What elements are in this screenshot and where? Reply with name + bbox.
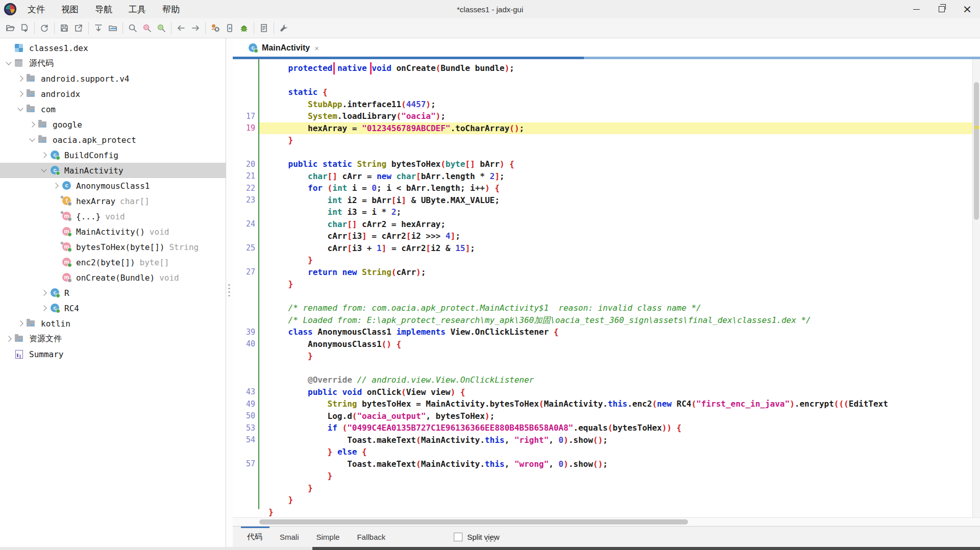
tree-item--[interactable]: m{...}void (0, 209, 226, 224)
tree-item--[interactable]: 源代码 (0, 56, 226, 71)
refresh-icon[interactable] (37, 21, 52, 35)
bottom-scroll-strip[interactable] (0, 547, 980, 550)
tree-item-label: {...} (76, 212, 101, 221)
tree-item-classes1-dex[interactable]: classes1.dex (0, 40, 226, 56)
tree-item-type-suffix: void (159, 273, 179, 283)
tree-item-com[interactable]: com (0, 102, 226, 117)
log-icon[interactable] (257, 21, 271, 35)
tree-item-mainactivity-[interactable]: mMainActivity()void (0, 224, 226, 239)
close-button[interactable]: × (954, 0, 980, 18)
vertical-scrollbar[interactable] (972, 59, 980, 517)
line-number: 27 (233, 267, 258, 277)
menu-item-0[interactable]: 文件 (21, 1, 51, 18)
tree-item-enc2-byte-[interactable]: menc2(byte[])byte[] (0, 255, 226, 270)
chevron-closed-icon[interactable] (51, 182, 60, 190)
restore-button[interactable] (929, 0, 954, 18)
horizontal-scrollbar[interactable] (233, 517, 980, 526)
menu-item-3[interactable]: 工具 (122, 1, 152, 18)
tree-item-androidx[interactable]: androidx (0, 86, 226, 102)
line-number: 23 (233, 195, 258, 205)
forward-icon[interactable] (188, 21, 203, 35)
panel-splitter[interactable]: •••• (226, 38, 233, 547)
chevron-closed-icon[interactable] (16, 319, 24, 328)
toolbar-separator (54, 22, 55, 34)
preferences-icon[interactable] (277, 21, 291, 35)
save-icon[interactable] (57, 21, 71, 35)
tree-item-android-support-v4[interactable]: android.support.v4 (0, 71, 226, 86)
chevron-closed-icon[interactable] (16, 74, 24, 83)
vertical-scrollbar-thumb[interactable] (974, 82, 979, 220)
chevron-spacer (51, 228, 60, 236)
tree-item-hexarray[interactable]: fhexArraychar[] (0, 193, 226, 209)
view-tab-simple[interactable]: Simple (316, 533, 340, 541)
open-icon[interactable] (3, 21, 17, 35)
toolbar-separator (274, 22, 274, 34)
code-line (233, 146, 973, 159)
menu-item-1[interactable]: 视图 (55, 1, 85, 18)
chevron-open-icon[interactable] (4, 59, 13, 68)
search-comment-icon[interactable] (154, 21, 168, 35)
deobfuscation-icon[interactable] (208, 21, 223, 35)
export-icon[interactable] (71, 21, 86, 35)
chevron-open-icon[interactable] (28, 136, 36, 144)
tree-item-oacia-apk-protect[interactable]: oacia.apk_protect (0, 132, 226, 147)
tree-item-label: RC4 (64, 304, 79, 313)
view-tab-smali[interactable]: Smali (280, 533, 299, 541)
menu-item-2[interactable]: 导航 (89, 1, 118, 18)
tree-item-bytestohex-byte-[interactable]: mbytesToHex(byte[])String (0, 239, 226, 255)
add-files-icon[interactable] (17, 21, 32, 35)
split-view-checkbox[interactable] (454, 533, 462, 541)
code-line-text: class AnonymousClass1 implements View.On… (258, 326, 973, 338)
code-line: /* renamed from: com.oacia.apk_protect.M… (233, 302, 973, 314)
tree-item-r[interactable]: cR (0, 285, 226, 301)
tree-item-label: onCreate(Bundle) (76, 273, 155, 283)
tree-item-summary[interactable]: Summary (0, 346, 226, 362)
tree-item-type-suffix: void (150, 227, 169, 237)
chevron-closed-icon[interactable] (4, 335, 13, 343)
tab-close-icon[interactable]: × (313, 44, 320, 53)
view-tab-fallback[interactable]: Fallback (357, 533, 385, 541)
minimize-button[interactable] (903, 0, 929, 18)
search-class-icon[interactable] (140, 21, 154, 35)
code-line: 40 AnonymousClass1() { (233, 338, 973, 351)
tree-item-google[interactable]: google (0, 117, 226, 132)
code-line-text: hexArray = "0123456789ABCDEF".toCharArra… (258, 122, 973, 135)
code-line-text: String bytesToHex = MainActivity.bytesTo… (258, 398, 973, 410)
chevron-closed-icon[interactable] (16, 90, 24, 98)
debug-icon[interactable] (237, 21, 251, 35)
line-number: 20 (233, 160, 258, 169)
code-line: } (233, 134, 973, 146)
tree-item-oncreate-bundle-[interactable]: monCreate(Bundle)void (0, 270, 226, 285)
code-area[interactable]: protected native void onCreate(Bundle bu… (233, 59, 980, 517)
code-line-text: System.loadLibrary("oacia"); (258, 110, 973, 122)
chevron-closed-icon[interactable] (39, 289, 48, 297)
code-line-text: } (258, 482, 973, 494)
code-line-text: } (258, 506, 973, 518)
tree-item-rc4[interactable]: cRC4 (0, 301, 226, 316)
chevron-open-icon[interactable] (16, 105, 24, 114)
tree-item-anonymousclass1[interactable]: cAnonymousClass1 (0, 178, 226, 193)
method-protected-icon: m (62, 273, 72, 282)
class-icon: c (50, 166, 60, 175)
tree-item--[interactable]: 资源文件 (0, 331, 226, 346)
chevron-closed-icon[interactable] (39, 304, 48, 313)
code-line-text: public static String bytesToHex(byte[] b… (258, 158, 973, 170)
back-icon[interactable] (174, 21, 188, 35)
chevron-closed-icon[interactable] (28, 120, 36, 129)
chevron-open-icon[interactable] (39, 166, 48, 175)
code-line: } (233, 494, 973, 506)
code-line-text: cArr[i3] = cArr2[i2 >>> 4]; (258, 230, 973, 242)
search-icon[interactable] (126, 21, 140, 35)
view-tab-code[interactable]: 代码 (247, 532, 262, 542)
tree-item-kotlin[interactable]: kotlin (0, 316, 226, 331)
drag-handle-icon[interactable]: ••• (486, 538, 497, 545)
device-icon[interactable] (223, 21, 237, 35)
tree-item-buildconfig[interactable]: cBuildConfig (0, 147, 226, 163)
menu-item-4[interactable]: 帮助 (156, 1, 186, 18)
dock-icon[interactable] (91, 21, 106, 35)
horizontal-scrollbar-thumb[interactable] (259, 519, 688, 524)
packages-icon[interactable] (106, 21, 120, 35)
tree-item-mainactivity[interactable]: cMainActivity (0, 163, 226, 178)
tab-mainactivity[interactable]: c MainActivity × (244, 40, 325, 57)
chevron-closed-icon[interactable] (39, 151, 48, 160)
